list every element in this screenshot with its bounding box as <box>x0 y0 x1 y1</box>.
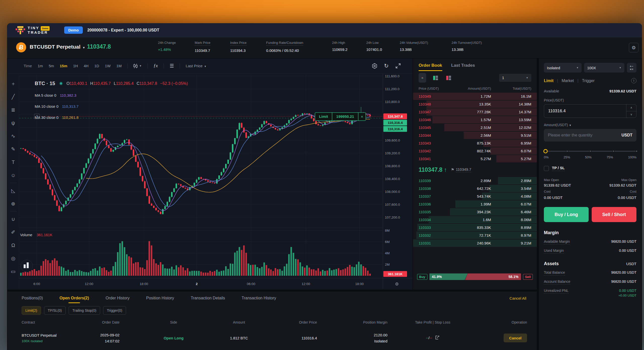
tab-market[interactable]: Market <box>561 79 574 83</box>
info-icon[interactable]: ! <box>631 78 636 83</box>
svg-text:8M: 8M <box>385 229 390 232</box>
chart-menu-button[interactable]: ☰ <box>170 63 174 69</box>
interval-1M[interactable]: 1M <box>116 64 122 68</box>
fullscreen-button[interactable] <box>395 63 401 69</box>
orderbook-ask-row[interactable]: 1103415.27M5.27M <box>413 155 537 163</box>
orderbook-bid-row[interactable]: 110333835.33K8.89M <box>413 224 537 231</box>
tab-trigger[interactable]: Trigger <box>582 79 594 83</box>
svg-text:110,316.4: 110,316.4 <box>388 121 403 125</box>
chart-settings-button[interactable] <box>372 63 378 69</box>
orderbook-bid-row[interactable]: 1103341.6M8.06M <box>413 216 537 224</box>
indicators-button[interactable]: ƒx <box>153 63 158 68</box>
orderbook-ask-row[interactable]: 110342802.74K6.07M <box>413 147 537 155</box>
calculator-button[interactable]: +−×= <box>627 63 636 73</box>
ticker-settings-button[interactable]: ⚙ <box>629 43 638 52</box>
orderbook-layout-asks[interactable] <box>445 74 452 81</box>
parallel-lines-tool-icon[interactable]: ≣ <box>8 103 19 116</box>
tinytrader-logo[interactable]: TINYDemo TRADER <box>16 26 50 34</box>
tpsl-checkbox[interactable] <box>544 166 549 171</box>
buy-long-button[interactable]: Buy / Long <box>544 207 589 222</box>
tab-positions-0-[interactable]: Positions(0) <box>22 292 43 304</box>
quantity-slider[interactable] <box>544 149 636 153</box>
interval-1m[interactable]: 1m <box>38 64 43 68</box>
orderbook-bid-row[interactable]: 1103392.89M2.89M <box>413 177 537 185</box>
pitchfork-tool-icon[interactable]: ψ <box>8 116 19 129</box>
order-row[interactable]: BTCUSDT Perpetual 100X·Isolated 2025-09-… <box>8 327 537 348</box>
legend-symbol[interactable]: BTC · 15 <box>35 81 55 86</box>
orderbook-ask-row[interactable]: 11034813.35K14.38M <box>413 100 537 108</box>
amount-placeholder: Please enter the quantity <box>548 133 592 137</box>
amount-field-label[interactable]: Amount(USDT)▼ <box>544 123 636 127</box>
interval-1W[interactable]: 1W <box>105 64 111 68</box>
orderbook-ask-row[interactable]: 1103491.72M16.1M <box>413 92 537 100</box>
cancel-order-button[interactable]: Cancel <box>504 334 527 342</box>
text-tool-icon[interactable]: T <box>8 156 19 169</box>
filter-limit-2-[interactable]: Limit(2) <box>22 306 41 315</box>
orderbook-ask-row[interactable]: 110343875.13K6.95M <box>413 139 537 147</box>
slider-tick-25[interactable] <box>566 150 568 152</box>
price-input[interactable]: 110316.4 ∧ ∨ <box>544 104 636 118</box>
edit-tpsl-icon[interactable] <box>435 335 439 340</box>
tab-open-orders-2-[interactable]: Open Orders(2) <box>59 292 89 304</box>
filter-trailing-stop-0-[interactable]: Trailing Stop(0) <box>69 306 100 315</box>
tab-transaction-history[interactable]: Transaction History <box>242 292 276 304</box>
leverage-selector[interactable]: 100X▼ <box>584 63 624 73</box>
orderbook-ask-row[interactable]: 110347777.28K14.37M <box>413 108 537 116</box>
slider-handle[interactable] <box>543 149 548 153</box>
lock-tool-icon[interactable]: Ω <box>8 239 19 252</box>
price-step-up-button[interactable]: ∧ <box>626 104 636 111</box>
symbol-selector[interactable]: BTCUSDT Perpetual▼ <box>30 44 85 50</box>
cancel-all-button[interactable]: Cancel All <box>509 296 526 300</box>
interval-1D[interactable]: 1D <box>94 64 99 68</box>
amount-input[interactable]: Please enter the quantity USDT <box>544 129 636 142</box>
orderbook-bid-row[interactable]: 1103361.99M6.07M <box>413 200 537 208</box>
emoji-tool-icon[interactable]: ☺ <box>8 169 19 182</box>
eye-tool-icon[interactable]: ◎ <box>8 252 19 265</box>
orderbook-ask-row[interactable]: 1103442.56M9.51M <box>413 131 537 139</box>
price-source-selector[interactable]: Last Price▼ <box>186 64 207 68</box>
svg-text:111,600.0: 111,600.0 <box>385 74 399 78</box>
tab-limit[interactable]: Limit <box>544 79 553 83</box>
orderbook-bid-row[interactable]: 110331240.96K9.21M <box>413 239 537 247</box>
delete-tool-icon[interactable]: ▭ <box>8 265 19 278</box>
filter-trigger-0-[interactable]: Trigger(0) <box>103 306 126 315</box>
logo-demo-badge: Demo <box>41 26 50 31</box>
slider-tick-100[interactable] <box>635 150 638 152</box>
orderbook-bid-row[interactable]: 11033272.71K8.97M <box>413 231 537 239</box>
tab-position-history[interactable]: Position History <box>146 292 174 304</box>
orderbook-bid-row[interactable]: 110337543.74K4.08M <box>413 192 537 200</box>
orderbook-ask-row[interactable]: 1103461.57M13.59M <box>413 116 537 124</box>
trend-line-tool-icon[interactable]: ╱ <box>8 90 19 103</box>
edit-tool-icon[interactable]: ✐ <box>8 226 19 239</box>
tab-last-trades[interactable]: Last Trades <box>451 63 475 71</box>
tab-order-book[interactable]: Order Book <box>419 63 442 71</box>
magnet-tool-icon[interactable]: ∪ <box>8 213 19 226</box>
candle-style-button[interactable]: ▼ <box>133 64 142 68</box>
filter-tp-sl-0-[interactable]: TP/SL(0) <box>44 306 66 315</box>
mark-price-value[interactable]: 110349.7 <box>456 167 471 172</box>
sell-short-button[interactable]: Sell / Short <box>592 207 636 222</box>
tab-transaction-details[interactable]: Transaction Details <box>191 292 225 304</box>
slider-tick-75[interactable] <box>612 150 615 152</box>
interval-4H[interactable]: 4H <box>84 64 89 68</box>
margin-mode-selector[interactable]: Isolated▼ <box>544 63 582 73</box>
ruler-tool-icon[interactable]: ◺ <box>8 184 19 197</box>
orderbook-layout-both[interactable] <box>419 73 426 83</box>
orderbook-ask-row[interactable]: 1103452.51M12.02M <box>413 124 537 131</box>
pattern-tool-icon[interactable]: ∿ <box>8 129 19 143</box>
chart-refresh-button[interactable]: ↻ <box>384 63 389 69</box>
orderbook-layout-bids[interactable] <box>432 74 439 81</box>
brush-tool-icon[interactable]: ✎ <box>8 143 19 156</box>
orderbook-bid-row[interactable]: 110335394.23K6.46M <box>413 208 537 216</box>
precision-selector[interactable]: 1▼ <box>499 74 531 82</box>
orderbook-bid-row[interactable]: 110338642.72K3.54M <box>413 185 537 192</box>
crosshair-tool-icon[interactable]: ＋ <box>8 77 19 90</box>
interval-1H[interactable]: 1H <box>73 64 78 68</box>
slider-tick-50[interactable] <box>589 150 591 152</box>
interval-5m[interactable]: 5m <box>49 64 54 68</box>
demo-account-badge[interactable]: Demo <box>64 26 83 34</box>
tab-order-history[interactable]: Order History <box>106 292 130 304</box>
zoom-in-tool-icon[interactable]: ⊕ <box>8 197 19 210</box>
price-step-down-button[interactable]: ∨ <box>626 111 636 118</box>
interval-15m[interactable]: 15m <box>60 64 67 68</box>
